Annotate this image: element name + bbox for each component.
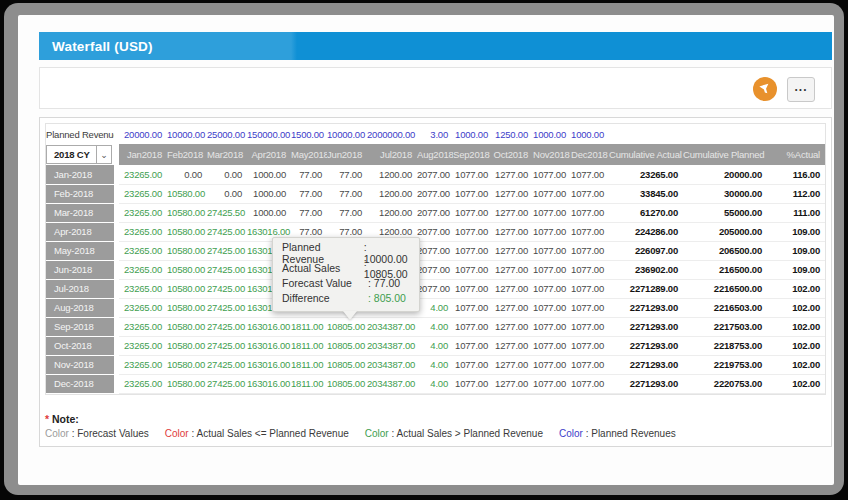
month-value-cell[interactable]: 1077.00: [453, 298, 493, 317]
month-value-cell[interactable]: 2077.00: [417, 279, 453, 298]
month-value-cell[interactable]: 10580.00: [167, 279, 207, 298]
month-value-cell[interactable]: 23265.00: [119, 336, 167, 355]
month-value-cell[interactable]: 77.00: [291, 165, 327, 184]
month-value-cell[interactable]: 1077.00: [453, 355, 493, 374]
filter-icon[interactable]: [753, 77, 777, 101]
month-value-cell[interactable]: 10580.00: [167, 241, 207, 260]
month-value-cell[interactable]: 2077.00: [417, 222, 453, 241]
month-value-cell[interactable]: 0.00: [207, 165, 247, 184]
month-value-cell[interactable]: 1077.00: [571, 165, 609, 184]
month-value-cell[interactable]: 1000.00: [247, 203, 291, 222]
month-value-cell[interactable]: 2034387.00: [367, 374, 417, 393]
month-value-cell[interactable]: 1077.00: [571, 203, 609, 222]
month-value-cell[interactable]: 27425.00: [207, 317, 247, 336]
month-value-cell[interactable]: 163016.00: [247, 336, 291, 355]
month-value-cell[interactable]: 1277.00: [493, 241, 533, 260]
month-value-cell[interactable]: 2077.00: [417, 203, 453, 222]
month-value-cell[interactable]: 10805.00: [327, 336, 367, 355]
month-value-cell[interactable]: 1811.00: [291, 374, 327, 393]
month-value-cell[interactable]: 1277.00: [493, 260, 533, 279]
month-value-cell[interactable]: 23265.00: [119, 222, 167, 241]
month-value-cell[interactable]: 1077.00: [533, 298, 571, 317]
month-value-cell[interactable]: 1077.00: [453, 279, 493, 298]
month-value-cell[interactable]: 1077.00: [533, 355, 571, 374]
month-value-cell[interactable]: 27425.50: [207, 203, 247, 222]
month-value-cell[interactable]: 10580.00: [167, 355, 207, 374]
year-select[interactable]: 2018 CY ⌄: [46, 145, 112, 164]
month-value-cell[interactable]: 10580.00: [167, 336, 207, 355]
month-value-cell[interactable]: 1077.00: [533, 203, 571, 222]
month-value-cell[interactable]: 23265.00: [119, 279, 167, 298]
month-value-cell[interactable]: 23265.00: [119, 184, 167, 203]
month-value-cell[interactable]: 1277.00: [493, 203, 533, 222]
month-value-cell[interactable]: 27425.00: [207, 298, 247, 317]
month-value-cell[interactable]: 1277.00: [493, 298, 533, 317]
month-value-cell[interactable]: 1077.00: [533, 260, 571, 279]
month-value-cell[interactable]: 1077.00: [453, 184, 493, 203]
month-value-cell[interactable]: 77.00: [327, 184, 367, 203]
month-value-cell[interactable]: 1077.00: [533, 374, 571, 393]
month-value-cell[interactable]: 1277.00: [493, 336, 533, 355]
month-value-cell[interactable]: 1077.00: [453, 336, 493, 355]
month-value-cell[interactable]: 1077.00: [453, 222, 493, 241]
month-value-cell[interactable]: 23265.00: [119, 260, 167, 279]
month-value-cell[interactable]: 4.00: [417, 374, 453, 393]
month-value-cell[interactable]: 1077.00: [571, 374, 609, 393]
month-value-cell[interactable]: 27425.00: [207, 260, 247, 279]
month-value-cell[interactable]: 1077.00: [571, 222, 609, 241]
month-value-cell[interactable]: 1077.00: [571, 260, 609, 279]
month-value-cell[interactable]: 10580.00: [167, 203, 207, 222]
month-value-cell[interactable]: 1077.00: [533, 336, 571, 355]
month-value-cell[interactable]: 23265.00: [119, 298, 167, 317]
month-value-cell[interactable]: 2077.00: [417, 165, 453, 184]
month-value-cell[interactable]: 1277.00: [493, 317, 533, 336]
month-value-cell[interactable]: 1077.00: [533, 317, 571, 336]
month-value-cell[interactable]: 77.00: [327, 203, 367, 222]
month-value-cell[interactable]: 1077.00: [533, 279, 571, 298]
month-value-cell[interactable]: 1077.00: [571, 279, 609, 298]
month-value-cell[interactable]: 1811.00: [291, 317, 327, 336]
month-value-cell[interactable]: 1077.00: [453, 165, 493, 184]
month-value-cell[interactable]: 23265.00: [119, 317, 167, 336]
month-value-cell[interactable]: 77.00: [327, 165, 367, 184]
month-value-cell[interactable]: 1200.00: [367, 184, 417, 203]
month-value-cell[interactable]: 10805.00: [327, 374, 367, 393]
month-value-cell[interactable]: 77.00: [291, 203, 327, 222]
month-value-cell[interactable]: 23265.00: [119, 355, 167, 374]
month-value-cell[interactable]: 163016.00: [247, 374, 291, 393]
month-value-cell[interactable]: 23265.00: [119, 165, 167, 184]
month-value-cell[interactable]: 1077.00: [571, 355, 609, 374]
month-value-cell[interactable]: 1077.00: [571, 184, 609, 203]
month-value-cell[interactable]: 2077.00: [417, 260, 453, 279]
month-value-cell[interactable]: 27425.00: [207, 336, 247, 355]
month-value-cell[interactable]: 23265.00: [119, 241, 167, 260]
month-value-cell[interactable]: 4.00: [417, 336, 453, 355]
month-value-cell[interactable]: 0.00: [167, 165, 207, 184]
month-value-cell[interactable]: 2034387.00: [367, 336, 417, 355]
month-value-cell[interactable]: 1077.00: [453, 374, 493, 393]
month-value-cell[interactable]: 27425.00: [207, 374, 247, 393]
month-value-cell[interactable]: 1200.00: [367, 203, 417, 222]
month-value-cell[interactable]: 4.00: [417, 355, 453, 374]
month-value-cell[interactable]: 27425.00: [207, 222, 247, 241]
month-value-cell[interactable]: 27425.00: [207, 279, 247, 298]
month-value-cell[interactable]: 1077.00: [453, 203, 493, 222]
month-value-cell[interactable]: 23265.00: [119, 374, 167, 393]
month-value-cell[interactable]: 4.00: [417, 298, 453, 317]
month-value-cell[interactable]: 10580.00: [167, 260, 207, 279]
month-value-cell[interactable]: 1811.00: [291, 355, 327, 374]
month-value-cell[interactable]: 77.00: [291, 184, 327, 203]
more-options-button[interactable]: ...: [787, 77, 815, 102]
month-value-cell[interactable]: 10580.00: [167, 374, 207, 393]
month-value-cell[interactable]: 163016.00: [247, 355, 291, 374]
month-value-cell[interactable]: 10580.00: [167, 184, 207, 203]
month-value-cell[interactable]: 1277.00: [493, 165, 533, 184]
month-value-cell[interactable]: 1200.00: [367, 165, 417, 184]
month-value-cell[interactable]: 10580.00: [167, 298, 207, 317]
month-value-cell[interactable]: 1277.00: [493, 222, 533, 241]
month-value-cell[interactable]: 1077.00: [533, 241, 571, 260]
month-value-cell[interactable]: 1077.00: [571, 336, 609, 355]
month-value-cell[interactable]: 1077.00: [533, 222, 571, 241]
month-value-cell[interactable]: 1077.00: [533, 165, 571, 184]
month-value-cell[interactable]: 1077.00: [571, 241, 609, 260]
